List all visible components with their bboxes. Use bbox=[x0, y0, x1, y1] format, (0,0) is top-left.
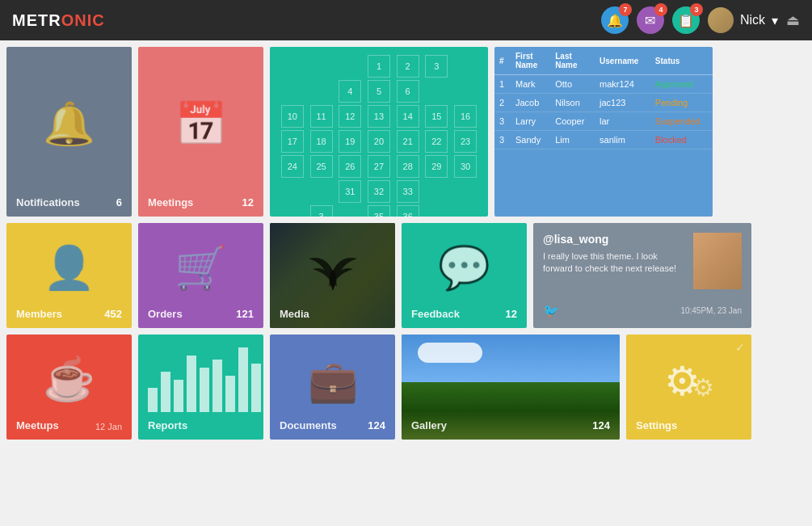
col-username: Username bbox=[595, 47, 650, 75]
calendar-day-25[interactable]: 25 bbox=[310, 155, 333, 178]
tile-meetings[interactable]: 📅 Meetings 12 bbox=[138, 47, 263, 217]
calendar-day-1[interactable]: 1 bbox=[368, 55, 390, 78]
logout-button[interactable]: ⏏ bbox=[786, 11, 800, 29]
logo-onic: ONIC bbox=[61, 11, 105, 29]
cell-num: 2 bbox=[494, 94, 511, 112]
calendar-empty bbox=[281, 205, 304, 217]
notifications-bell-button[interactable]: 🔔 7 bbox=[601, 6, 629, 34]
calendar-empty bbox=[310, 180, 333, 203]
reports-bar-chart bbox=[148, 364, 263, 412]
tile-feedback-label: Feedback bbox=[411, 308, 460, 320]
calendar-day-26[interactable]: 26 bbox=[339, 155, 361, 178]
calendar-day-22[interactable]: 22 bbox=[425, 130, 448, 153]
tweet-text: I really love this theme. I look forward… bbox=[543, 250, 687, 276]
calendar-day-5[interactable]: 5 bbox=[368, 80, 390, 103]
tile-settings[interactable]: ✓ ⚙ ⚙ Settings bbox=[626, 335, 751, 440]
cell-status: Suspended bbox=[650, 112, 713, 131]
logo-metr: METR bbox=[12, 11, 61, 29]
cell-last: Nilson bbox=[550, 94, 595, 112]
col-num: # bbox=[494, 47, 511, 75]
messages-button[interactable]: ✉ 4 bbox=[637, 6, 664, 34]
tile-orders[interactable]: 🛒 Orders 121 bbox=[138, 223, 263, 328]
calendar-day-3[interactable]: 3 bbox=[425, 55, 448, 78]
tile-meetups-date: 12 Jan bbox=[95, 422, 122, 431]
calendar-day-2[interactable]: 2 bbox=[397, 55, 419, 78]
calendar-empty bbox=[339, 205, 361, 217]
bell-icon: 🔔 bbox=[43, 99, 95, 149]
tweet-time: 10:45PM, 23 Jan bbox=[680, 306, 742, 315]
cell-status: Approved bbox=[650, 75, 713, 94]
calendar-day-23[interactable]: 23 bbox=[454, 130, 477, 153]
tile-documents[interactable]: 💼 Documents 124 bbox=[270, 335, 395, 440]
calendar-day-33[interactable]: 33 bbox=[397, 180, 419, 203]
tile-meetups[interactable]: ☕ Meetups 12 Jan bbox=[6, 335, 132, 440]
calendar-day-15[interactable]: 15 bbox=[425, 105, 448, 128]
cell-last: Lim bbox=[550, 131, 595, 149]
briefcase-icon: 💼 bbox=[308, 358, 358, 405]
cell-status: Blocked bbox=[650, 131, 713, 149]
tile-meetups-label: Meetups bbox=[16, 419, 59, 431]
calendar-day-3[interactable]: 3 bbox=[310, 205, 333, 217]
chevron-down-icon: ▾ bbox=[772, 13, 778, 28]
tile-settings-label: Settings bbox=[636, 419, 677, 431]
calendar-day-30[interactable]: 30 bbox=[454, 155, 477, 178]
calendar-day-12[interactable]: 12 bbox=[339, 105, 361, 128]
calendar-day-10[interactable]: 10 bbox=[281, 105, 304, 128]
tile-reports-label: Reports bbox=[148, 419, 187, 431]
cell-status: Pending bbox=[650, 94, 713, 112]
tile-notifications[interactable]: 🔔 Notifications 6 bbox=[6, 47, 132, 217]
calendar-day-36[interactable]: 36 bbox=[397, 205, 419, 217]
gear-small-icon: ⚙ bbox=[692, 373, 714, 402]
cell-username: lar bbox=[595, 112, 650, 131]
tile-calendar[interactable]: 1234561011121314151617181920212223242526… bbox=[270, 47, 488, 217]
calendar-day-24[interactable]: 24 bbox=[281, 155, 304, 178]
tasks-badge: 3 bbox=[690, 3, 703, 16]
calendar-day-4[interactable]: 4 bbox=[339, 80, 361, 103]
coffee-icon: ☕ bbox=[43, 355, 95, 404]
cart-icon: 🛒 bbox=[175, 243, 227, 292]
calendar-day-27[interactable]: 27 bbox=[368, 155, 390, 178]
table-row: 3 Sandy Lim sanlim Blocked bbox=[494, 131, 713, 149]
calendar-day-17[interactable]: 17 bbox=[281, 130, 304, 153]
calendar-day-19[interactable]: 19 bbox=[339, 130, 361, 153]
bar-2 bbox=[174, 380, 183, 412]
cell-num: 1 bbox=[494, 75, 511, 94]
bar-6 bbox=[225, 376, 235, 412]
user-menu[interactable]: Nick ▾ bbox=[708, 7, 778, 33]
calendar-day-13[interactable]: 13 bbox=[368, 105, 390, 128]
cell-first: Sandy bbox=[511, 131, 550, 149]
cell-username: jac123 bbox=[595, 94, 650, 112]
calendar-day-20[interactable]: 20 bbox=[368, 130, 390, 153]
main-grid: 🔔 Notifications 6 📅 Meetings 12 12345610… bbox=[0, 40, 812, 446]
calendar-day-29[interactable]: 29 bbox=[425, 155, 448, 178]
tile-reports[interactable]: Reports bbox=[138, 335, 263, 440]
cell-last: Otto bbox=[550, 75, 595, 94]
calendar-day-21[interactable]: 21 bbox=[397, 130, 419, 153]
tile-gallery[interactable]: Gallery 124 bbox=[402, 335, 620, 440]
calendar-day-6[interactable]: 6 bbox=[397, 80, 419, 103]
tile-members[interactable]: 👤 Members 452 bbox=[6, 223, 132, 328]
header: METRONIC 🔔 7 ✉ 4 📋 3 Nick ▾ ⏏ bbox=[0, 0, 812, 40]
calendar-day-18[interactable]: 18 bbox=[310, 130, 333, 153]
tile-orders-label: Orders bbox=[148, 308, 183, 320]
tasks-button[interactable]: 📋 3 bbox=[672, 6, 700, 34]
calendar-day-35[interactable]: 35 bbox=[368, 205, 390, 217]
bar-8 bbox=[251, 364, 261, 412]
calendar-grid: 1234561011121314151617181920212223242526… bbox=[270, 47, 488, 217]
tile-media[interactable]: Media bbox=[270, 223, 395, 328]
cell-username: sanlim bbox=[595, 131, 650, 149]
col-last: LastName bbox=[550, 47, 595, 75]
bar-7 bbox=[238, 347, 248, 412]
calendar-day-14[interactable]: 14 bbox=[397, 105, 419, 128]
calendar-day-11[interactable]: 11 bbox=[310, 105, 333, 128]
calendar-day-16[interactable]: 16 bbox=[454, 105, 477, 128]
row-3: ☕ Meetups 12 Jan Reports 💼 Documents 124… bbox=[6, 335, 806, 440]
calendar-empty bbox=[281, 180, 304, 203]
calendar-day-31[interactable]: 31 bbox=[339, 180, 361, 203]
calendar-day-28[interactable]: 28 bbox=[397, 155, 419, 178]
calendar-empty bbox=[454, 80, 477, 103]
tile-feedback[interactable]: 💬 Feedback 12 bbox=[402, 223, 527, 328]
calendar-empty bbox=[281, 80, 304, 103]
bar-0 bbox=[148, 388, 158, 412]
calendar-day-32[interactable]: 32 bbox=[368, 180, 390, 203]
